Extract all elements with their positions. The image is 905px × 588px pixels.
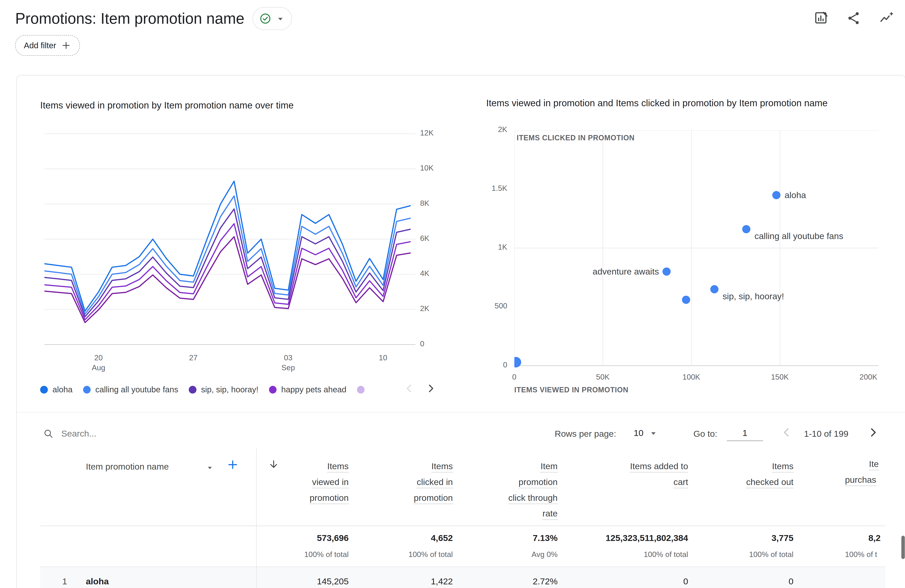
scatter-y-tick: 1K xyxy=(457,243,507,251)
legend-label: happy pets ahead xyxy=(281,385,346,394)
dimension-caret-icon[interactable] xyxy=(205,463,214,472)
rows-per-page-value: 10 xyxy=(634,428,643,438)
scatter-x-tick: 50K xyxy=(580,373,626,381)
legend-item[interactable] xyxy=(357,386,365,394)
legend-item[interactable]: sip, sip, hooray! xyxy=(189,385,259,394)
column-header[interactable]: Itemschecked out xyxy=(665,458,794,490)
page-range-label: 1-10 of 199 xyxy=(804,429,848,439)
customize-report-icon xyxy=(814,11,829,26)
explorer-card: Items viewed in promotion by Item promot… xyxy=(16,75,905,588)
column-header[interactable]: Ite xyxy=(869,458,879,470)
add-column-button[interactable] xyxy=(226,458,239,471)
line-x-tick: 27 xyxy=(176,353,211,363)
scatter-y-tick: 2K xyxy=(457,125,507,134)
chevron-right-icon xyxy=(866,425,880,439)
legend-item[interactable]: happy pets ahead xyxy=(269,385,346,394)
total-subtext: 100% of t xyxy=(845,550,877,559)
line-x-tick: 20Aug xyxy=(81,353,116,373)
insights-button[interactable] xyxy=(878,10,895,27)
page-title: Promotions: Item promotion name xyxy=(15,10,244,27)
line-y-tick: 4K xyxy=(420,269,446,278)
legend-dot-icon xyxy=(40,386,48,394)
chevron-left-icon xyxy=(780,425,794,439)
chevron-left-icon xyxy=(403,382,416,395)
total-subtext: 100% of total xyxy=(618,550,794,559)
add-filter-button[interactable]: Add filter xyxy=(15,35,80,56)
rows-per-page-label: Rows per page: xyxy=(555,429,616,439)
column-header[interactable]: purchas xyxy=(845,474,876,486)
scatter-x-tick: 0 xyxy=(491,373,538,381)
scatter-point-calling all youtube fans[interactable] xyxy=(742,225,750,233)
scatter-point-label: adventure awaits xyxy=(592,267,659,277)
scatter-point-aloha[interactable] xyxy=(772,191,780,199)
scatter-point-adventure awaits[interactable] xyxy=(662,267,670,275)
row-metric-value: 0 xyxy=(618,577,794,586)
line-y-tick: 12K xyxy=(420,129,446,137)
scatter-point-sip, sip, hooray![interactable] xyxy=(710,285,718,293)
customize-report-button[interactable] xyxy=(812,10,830,27)
scatter-y-tick: 0 xyxy=(457,361,507,369)
charts-table-divider xyxy=(17,412,905,413)
scatter-point[interactable] xyxy=(682,296,690,304)
column-header[interactable]: Itempromotionclick throughrate xyxy=(429,458,557,521)
check-circle-icon xyxy=(259,12,272,25)
line-series-happy pets ahead[interactable] xyxy=(44,224,410,320)
go-to-input[interactable] xyxy=(727,425,763,441)
legend-dot-icon xyxy=(357,386,365,394)
row-dimension-value[interactable]: aloha xyxy=(86,577,109,586)
scatter-point-label: aloha xyxy=(784,190,806,200)
line-x-tick: 03Sep xyxy=(271,353,306,373)
share-button[interactable] xyxy=(845,10,863,27)
scatter-chart-title: Items viewed in promotion and Items clic… xyxy=(486,95,840,111)
legend-prev-button[interactable] xyxy=(403,382,416,395)
scatter-x-axis-title: ITEMS VIEWED IN PROMOTION xyxy=(514,386,629,394)
legend-dot-icon xyxy=(83,386,91,394)
search-icon xyxy=(43,428,54,440)
legend-item[interactable]: calling all youtube fans xyxy=(83,385,178,394)
column-divider xyxy=(256,448,257,588)
scatter-point-label: sip, sip, hooray! xyxy=(722,291,784,301)
search-input[interactable] xyxy=(60,423,273,444)
legend-label: sip, sip, hooray! xyxy=(201,385,259,394)
legend-dot-icon xyxy=(189,386,197,394)
scatter-x-tick: 200K xyxy=(845,373,892,381)
line-chart xyxy=(44,133,419,350)
chevron-right-icon xyxy=(424,382,437,395)
line-chart-legend: alohacalling all youtube fanssip, sip, h… xyxy=(40,382,395,397)
legend-item[interactable]: aloha xyxy=(40,385,72,394)
next-page-button[interactable] xyxy=(866,425,880,439)
previous-page-button[interactable] xyxy=(780,425,794,439)
plus-icon xyxy=(226,458,239,471)
scatter-x-tick: 150K xyxy=(756,373,803,381)
scrollbar-thumb[interactable] xyxy=(901,536,905,559)
scatter-y-axis-title: ITEMS CLICKED IN PROMOTION xyxy=(516,133,635,142)
total-value: 3,775 xyxy=(618,533,794,543)
line-x-tick: 10 xyxy=(365,353,401,363)
plus-icon xyxy=(61,40,71,51)
row-index: 1 xyxy=(54,577,67,586)
scatter-x-tick: 100K xyxy=(668,373,715,381)
insights-icon xyxy=(879,11,894,26)
report-status-pill[interactable] xyxy=(252,7,292,30)
legend-label: aloha xyxy=(52,385,73,394)
legend-next-button[interactable] xyxy=(424,382,437,395)
metrics-area: Itemsviewed inpromotion573,696100% of to… xyxy=(256,448,886,588)
ga4-promotions-report: Promotions: Item promotion name xyxy=(0,0,905,588)
line-y-tick: 2K xyxy=(420,304,446,313)
scatter-chart: ITEMS CLICKED IN PROMOTIONalohacalling a… xyxy=(514,130,889,372)
caret-down-icon xyxy=(275,13,286,24)
dimension-header[interactable]: Item promotion name xyxy=(86,462,169,472)
legend-dot-icon xyxy=(269,386,277,394)
caret-down-icon xyxy=(648,428,659,439)
line-y-tick: 0 xyxy=(420,339,446,348)
share-icon xyxy=(846,11,862,26)
line-chart-title: Items viewed in promotion by Item promot… xyxy=(40,97,294,113)
rows-per-page-select[interactable]: 10 xyxy=(634,428,659,439)
add-filter-label: Add filter xyxy=(24,41,56,50)
legend-label: calling all youtube fans xyxy=(95,385,178,394)
go-to-label: Go to: xyxy=(693,429,717,439)
scatter-point-label: calling all youtube fans xyxy=(754,231,843,241)
scatter-y-tick: 500 xyxy=(457,302,507,310)
line-y-tick: 6K xyxy=(420,234,446,243)
line-y-tick: 10K xyxy=(420,164,446,172)
